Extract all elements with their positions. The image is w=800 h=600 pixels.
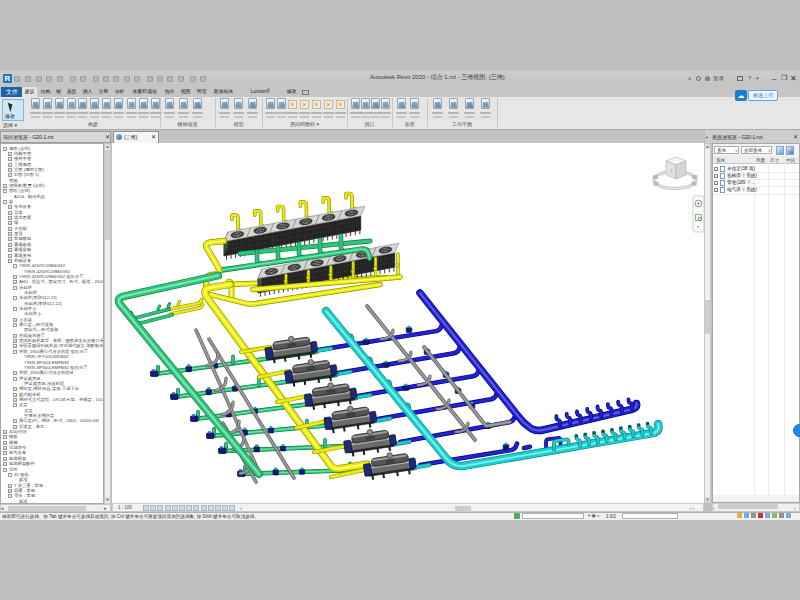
- svg-text:▾: ▾: [697, 224, 699, 229]
- svg-text:上: 上: [669, 167, 674, 173]
